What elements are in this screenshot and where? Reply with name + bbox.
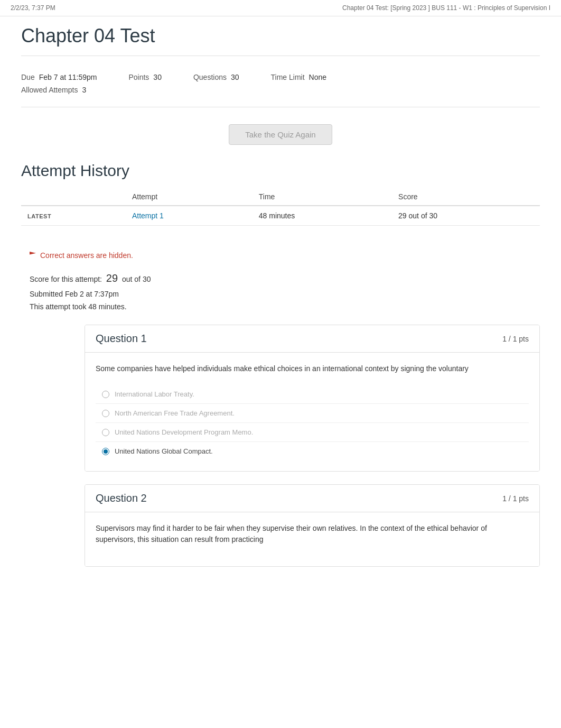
col-badge [21,188,126,206]
question-title: Question 1 [96,333,147,345]
question-pts: 1 / 1 pts [502,335,529,343]
questions-container: Question 1 1 / 1 pts Some companies have… [85,325,540,567]
answer-option: North American Free Trade Agreement. [96,403,529,422]
question-card: Question 1 1 / 1 pts Some companies have… [85,325,540,472]
score-summary: Score for this attempt: 29 out of 30 [21,272,540,284]
timestamp: 2/2/23, 7:37 PM [11,4,55,12]
score-total: out of 30 [122,275,151,283]
attempt-history-title: Attempt History [21,162,540,180]
due-value: Feb 7 at 11:59pm [39,73,97,81]
page-content: Chapter 04 Test Due Feb 7 at 11:59pm Poi… [0,16,561,601]
radio-circle[interactable] [102,410,109,417]
attempt-score: 29 out of 30 [392,206,540,226]
table-header-row: Attempt Time Score [21,188,540,206]
question-header: Question 2 1 / 1 pts [85,485,539,512]
meta-row-1: Due Feb 7 at 11:59pm Points 30 Questions… [21,73,540,81]
button-area: Take the Quiz Again [21,107,540,162]
points-label: Points [128,73,149,81]
meta-questions: Questions 30 [193,73,239,81]
question-pts: 1 / 1 pts [502,494,529,503]
meta-row-2: Allowed Attempts 3 [21,86,540,94]
score-label: Score for this attempt: [30,275,102,283]
results-section: Correct answers are hidden. Score for th… [21,238,540,312]
meta-due: Due Feb 7 at 11:59pm [21,73,97,81]
question-text: Supervisors may find it harder to be fai… [96,523,529,545]
correct-answers-text: Correct answers are hidden. [40,251,133,260]
question-header: Question 1 1 / 1 pts [85,325,539,353]
col-attempt: Attempt [126,188,253,206]
breadcrumb: Chapter 04 Test: [Spring 2023 ] BUS 111 … [342,4,550,12]
allowed-attempts-value: 3 [82,86,86,94]
answer-text: United Nations Global Compact. [115,447,213,455]
time-taken-text: This attempt took 48 minutes. [21,301,540,312]
attempt-link[interactable]: Attempt 1 [132,211,164,220]
submitted-text: Submitted Feb 2 at 7:37pm [21,289,540,299]
top-bar: 2/2/23, 7:37 PM Chapter 04 Test: [Spring… [0,0,561,16]
attempt-table: Attempt Time Score LATEST Attempt 1 48 m… [21,188,540,226]
answer-option: International Labor Treaty. [96,385,529,403]
question-title: Question 2 [96,492,147,504]
meta-allowed-attempts: Allowed Attempts 3 [21,86,86,94]
answer-text: North American Free Trade Agreement. [115,409,235,417]
question-card: Question 2 1 / 1 pts Supervisors may fin… [85,484,540,567]
meta-time-limit: Time Limit None [271,73,327,81]
time-limit-value: None [309,73,326,81]
radio-circle[interactable] [102,429,109,436]
question-text: Some companies have helped individuals m… [96,363,529,374]
answer-options: International Labor Treaty. North Americ… [96,385,529,460]
answer-text: United Nations Development Program Memo. [115,428,253,436]
radio-circle[interactable] [102,448,109,455]
meta-section: Due Feb 7 at 11:59pm Points 30 Questions… [21,64,540,107]
take-quiz-again-button[interactable]: Take the Quiz Again [229,124,332,145]
flag-icon [30,252,36,259]
table-row: LATEST Attempt 1 48 minutes 29 out of 30 [21,206,540,226]
attempt-history-section: Attempt History Attempt Time Score LATES… [21,162,540,226]
page-title: Chapter 04 Test [21,25,540,56]
latest-badge: LATEST [27,213,51,219]
allowed-attempts-label: Allowed Attempts [21,86,78,94]
due-label: Due [21,73,35,81]
attempt-time: 48 minutes [253,206,392,226]
questions-label: Questions [193,73,227,81]
col-time: Time [253,188,392,206]
question-body: Supervisors may find it harder to be fai… [85,512,539,566]
time-limit-label: Time Limit [271,73,305,81]
score-number: 29 [106,272,118,284]
correct-answers-notice: Correct answers are hidden. [21,247,540,264]
answer-text: International Labor Treaty. [115,390,194,398]
question-body: Some companies have helped individuals m… [85,353,539,471]
col-score: Score [392,188,540,206]
answer-option: United Nations Development Program Memo. [96,422,529,441]
meta-points: Points 30 [128,73,162,81]
radio-circle[interactable] [102,391,109,398]
answer-option: United Nations Global Compact. [96,441,529,460]
questions-value: 30 [231,73,239,81]
points-value: 30 [153,73,162,81]
